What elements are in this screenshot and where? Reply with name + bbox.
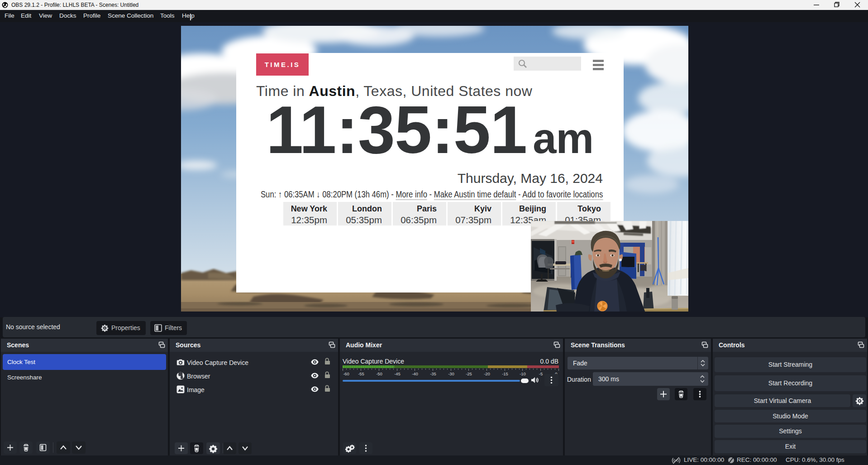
svg-text:-50: -50 — [376, 371, 382, 376]
svg-text:-5: -5 — [539, 371, 543, 376]
svg-text:-25: -25 — [466, 371, 472, 376]
svg-text:-30: -30 — [448, 371, 454, 376]
svg-text:-40: -40 — [412, 371, 418, 376]
svg-text:-20: -20 — [484, 371, 490, 376]
svg-text:-10: -10 — [520, 371, 526, 376]
svg-text:-15: -15 — [502, 371, 508, 376]
svg-text:-45: -45 — [394, 371, 401, 376]
svg-text:-60: -60 — [343, 371, 349, 376]
svg-text:-35: -35 — [430, 371, 436, 376]
svg-text:-55: -55 — [358, 371, 364, 376]
